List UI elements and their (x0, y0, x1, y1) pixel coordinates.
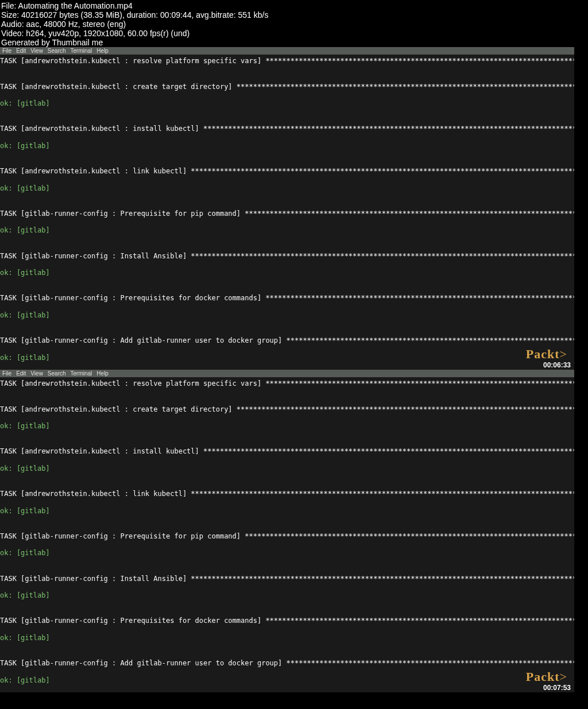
terminal-menubar: File Edit View Search Terminal Help (0, 370, 574, 377)
meta-file: File: Automating the Automation.mp4 (1, 1, 587, 10)
ansible-task-line: TASK [gitlab-runner-config : Install Ans… (0, 575, 574, 583)
menu-view[interactable]: View (30, 48, 43, 54)
ansible-status-ok: ok: [gitlab] (0, 422, 574, 431)
thumbnail-1: File Edit View Search Terminal Help TASK… (0, 47, 574, 370)
ansible-task-line: TASK [andrewrothstein.kubectl : install … (0, 125, 574, 133)
ansible-status-ok: ok: [gitlab] (0, 226, 574, 235)
thumbnail-2: File Edit View Search Terminal Help TASK… (0, 370, 574, 692)
ansible-task-line: TASK [gitlab-runner-config : Add gitlab-… (0, 336, 574, 345)
ansible-task-line: TASK [gitlab-runner-config : Prerequisit… (0, 294, 574, 303)
ansible-task-line: TASK [gitlab-runner-config : Prerequisit… (0, 617, 574, 625)
ansible-status-ok: ok: [gitlab] (0, 549, 574, 557)
ansible-status-ok: ok: [gitlab] (0, 311, 574, 320)
ansible-status-ok: ok: [gitlab] (0, 591, 574, 600)
menu-help[interactable]: Help (96, 48, 109, 54)
ansible-task-line: TASK [andrewrothstein.kubectl : link kub… (0, 167, 574, 176)
terminal-output: TASK [andrewrothstein.kubectl : resolve … (0, 377, 574, 692)
menu-search[interactable]: Search (48, 48, 66, 54)
ansible-task-line: TASK [gitlab-runner-config : Install Ans… (0, 252, 574, 261)
packt-logo: Packt> (526, 669, 567, 684)
ansible-status-ok: ok: [gitlab] (0, 507, 574, 516)
ansible-task-line: TASK [andrewrothstein.kubectl : install … (0, 447, 574, 456)
meta-generated: Generated by Thumbnail me (1, 38, 587, 47)
ansible-status-ok: ok: [gitlab] (0, 184, 574, 193)
timestamp: 00:07:53 (543, 684, 571, 692)
meta-size: Size: 40216027 bytes (38.35 MiB), durati… (1, 10, 587, 20)
ansible-task-line: TASK [andrewrothstein.kubectl : create t… (0, 405, 574, 414)
ansible-task-line: TASK [andrewrothstein.kubectl : resolve … (0, 379, 574, 388)
ansible-task-line: TASK [andrewrothstein.kubectl : resolve … (0, 57, 574, 65)
ansible-status-ok: ok: [gitlab] (0, 142, 574, 150)
packt-logo: Packt> (526, 347, 567, 362)
ansible-status-ok: ok: [gitlab] (0, 269, 574, 277)
menu-file[interactable]: File (2, 48, 11, 54)
menu-edit[interactable]: Edit (16, 48, 26, 54)
ansible-status-ok: ok: [gitlab] (0, 464, 574, 473)
ansible-task-line: TASK [andrewrothstein.kubectl : create t… (0, 83, 574, 91)
ansible-status-ok: ok: [gitlab] (0, 634, 574, 642)
meta-audio: Audio: aac, 48000 Hz, stereo (eng) (1, 20, 587, 29)
terminal-menubar: File Edit View Search Terminal Help (0, 47, 574, 55)
ansible-task-line: TASK [gitlab-runner-config : Add gitlab-… (0, 659, 574, 668)
meta-video: Video: h264, yuv420p, 1920x1080, 60.00 f… (1, 29, 587, 38)
menu-terminal[interactable]: Terminal (71, 48, 92, 54)
video-metadata-header: File: Automating the Automation.mp4 Size… (0, 0, 588, 47)
ansible-status-ok: ok: [gitlab] (0, 99, 574, 108)
menu-help[interactable]: Help (96, 370, 109, 377)
ansible-status-ok: ok: [gitlab] (0, 354, 574, 362)
menu-file[interactable]: File (2, 370, 11, 377)
ansible-task-line: TASK [andrewrothstein.kubectl : link kub… (0, 490, 574, 498)
menu-search[interactable]: Search (48, 370, 66, 377)
terminal-output: TASK [andrewrothstein.kubectl : resolve … (0, 55, 574, 370)
ansible-task-line: TASK [gitlab-runner-config : Prerequisit… (0, 210, 574, 218)
ansible-task-line: TASK [gitlab-runner-config : Prerequisit… (0, 532, 574, 541)
menu-edit[interactable]: Edit (16, 370, 26, 377)
timestamp: 00:06:33 (543, 361, 571, 369)
ansible-status-ok: ok: [gitlab] (0, 676, 574, 685)
menu-view[interactable]: View (30, 370, 43, 377)
menu-terminal[interactable]: Terminal (71, 370, 92, 377)
